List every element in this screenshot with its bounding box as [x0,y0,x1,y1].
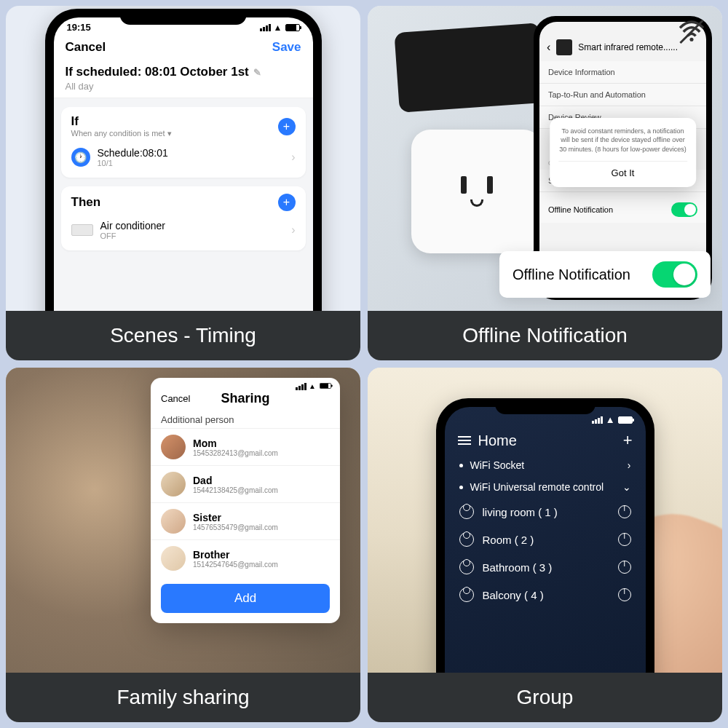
person-row[interactable]: Mom15453282413@gmail.com [151,428,340,465]
person-email: 14576535479@gmail.com [193,523,278,531]
menu-tap-to-run[interactable]: Tap-to-Run and Automation [539,84,706,106]
edit-icon[interactable]: ✎ [253,67,261,78]
wifi-icon: ▲ [309,382,316,390]
popup-message: To avoid constant reminders, a notificat… [558,127,688,154]
person-icon [459,560,474,574]
person-name: Mom [193,438,278,449]
wifi-icon: ▲ [274,23,282,33]
panel-offline-notification: ‹ Smart infrared remote...... Device Inf… [368,6,722,360]
back-icon[interactable]: ‹ [547,41,550,54]
signal-icon [592,416,603,424]
wifi-off-icon [677,19,706,50]
then-card: Then + Air conditioner OFF › [61,186,306,250]
room-item[interactable]: Balcony ( 4 ) [445,581,646,609]
schedule-header[interactable]: If scheduled: 08:01 October 1st ✎ All da… [54,58,313,98]
room-label: Balcony ( 4 ) [483,589,544,601]
power-icon[interactable] [618,505,631,518]
clock-icon: 🕐 [71,148,90,167]
person-row[interactable]: Dad15442138425@gmail.com [151,465,340,502]
action-state: OFF [100,232,166,240]
room-label: Room ( 2 ) [483,534,534,546]
avatar [161,435,186,459]
status-bar: ▲ [151,378,340,390]
ac-icon [71,224,93,236]
room-label: living room ( 1 ) [483,506,558,518]
room-item[interactable]: living room ( 1 ) [445,498,646,526]
cancel-button[interactable]: Cancel [66,40,106,55]
room-label: Bathroom ( 3 ) [483,561,553,574]
ir-remote-device [394,23,545,113]
schedule-subtitle: All day [66,81,301,92]
action-device: Air conditioner [100,220,166,232]
avatar [161,509,186,534]
smart-plug-device [411,130,542,253]
if-condition-dropdown[interactable]: When any condition is met ▾ [71,129,172,138]
power-icon[interactable] [618,561,631,574]
sharing-title: Sharing [221,391,269,406]
signal-icon [260,24,271,31]
if-label: If [71,114,172,129]
popup-dialog: To avoid constant reminders, a notificat… [550,118,697,188]
group-item-wifi-socket[interactable]: WiFi Socket› [445,454,646,476]
offline-notification-row[interactable]: Offline Notification [539,197,706,223]
person-email: 15142547645@gmail.com [193,561,278,569]
avatar [161,472,186,496]
schedule-row[interactable]: 🕐 Schedule:08:01 10/1 › [71,138,296,170]
group-item-remote[interactable]: WiFi Universal remote control⌄ [445,476,646,498]
action-row[interactable]: Air conditioner OFF › [71,211,296,243]
battery-icon [618,416,633,424]
panel-group: ▲ Home + WiFi Socket› WiFi Universal rem… [368,368,722,722]
device-title: Smart infrared remote...... [578,42,678,52]
caption: Group [368,673,722,722]
person-row[interactable]: Brother15142547645@gmail.com [151,539,340,577]
cancel-button[interactable]: Cancel [161,393,190,404]
sharing-card: ▲ Cancel Sharing Additional person Mom15… [151,378,340,623]
room-item[interactable]: Room ( 2 ) [445,526,646,553]
save-button[interactable]: Save [272,40,301,55]
then-label: Then [71,195,101,210]
toggle-on-icon[interactable] [671,202,697,217]
add-icon[interactable]: + [623,431,633,450]
add-action-button[interactable]: + [278,194,296,211]
menu-device-info[interactable]: Device Information [539,61,706,84]
power-icon[interactable] [618,588,631,601]
menu-icon[interactable] [458,436,471,445]
person-row[interactable]: Sister14576535479@gmail.com [151,502,340,539]
group-label: WiFi Socket [470,459,525,471]
phone-frame: 19:15 ▲ Cancel Save If scheduled: 08:01 … [45,9,322,311]
battery-icon [285,24,300,31]
home-title: Home [478,432,517,449]
section-label: Additional person [151,411,340,428]
chevron-right-icon: › [628,459,631,471]
person-email: 15442138425@gmail.com [193,486,278,494]
room-item[interactable]: Bathroom ( 3 ) [445,553,646,581]
schedule-date: 10/1 [98,159,168,167]
chevron-right-icon: › [291,223,295,237]
power-icon[interactable] [618,533,631,546]
caption: Offline Notification [368,311,722,360]
schedule-time: Schedule:08:01 [98,147,168,159]
person-icon [459,532,474,547]
device-thumb-icon [556,39,572,55]
toggle-switch[interactable] [652,261,697,288]
caption: Family sharing [6,673,360,722]
chevron-down-icon: ⌄ [622,481,631,493]
wifi-icon: ▲ [606,414,615,425]
clock: 19:15 [67,22,91,33]
caption: Scenes - Timing [6,311,360,360]
offline-pill-label: Offline Notification [513,266,630,283]
panel-family-sharing: ▲ Cancel Sharing Additional person Mom15… [6,368,360,722]
group-label: WiFi Universal remote control [470,481,604,493]
chevron-right-icon: › [291,151,295,164]
signal-icon [296,382,306,390]
person-name: Sister [193,512,278,523]
add-condition-button[interactable]: + [278,118,296,135]
person-icon [459,505,474,519]
person-name: Brother [193,549,278,561]
add-button[interactable]: Add [161,584,330,613]
svg-point-0 [689,38,693,41]
panel-scenes-timing: 19:15 ▲ Cancel Save If scheduled: 08:01 … [6,6,360,360]
popup-got-it-button[interactable]: Got It [558,161,688,178]
avatar [161,546,186,571]
if-card: If When any condition is met ▾ + 🕐 Sched… [61,107,306,178]
